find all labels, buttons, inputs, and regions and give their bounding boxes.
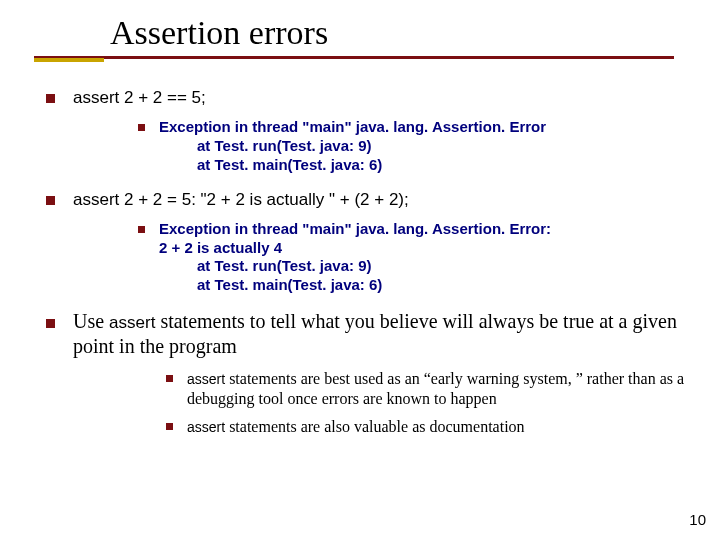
bullet-2-sub-row: Exception in thread "main" java. lang. A… <box>138 220 696 295</box>
exc-line: 2 + 2 is actually 4 <box>159 239 696 258</box>
exc-line: at Test. main(Test. java: 6) <box>159 156 696 175</box>
bullet-3-pre: Use <box>73 310 109 332</box>
exc-line: Exception in thread "main" java. lang. A… <box>159 118 696 137</box>
bullet-icon <box>46 319 55 328</box>
slide-title: Assertion errors <box>110 14 720 52</box>
bullet-2-sub-text: Exception in thread "main" java. lang. A… <box>159 220 696 295</box>
exc-line: at Test. run(Test. java: 9) <box>159 257 696 276</box>
bullet-2-text: assert 2 + 2 = 5: "2 + 2 is actually " +… <box>73 189 696 210</box>
bullet-icon <box>46 94 55 103</box>
bullet-3: Use assert statements to tell what you b… <box>46 309 696 359</box>
assert-keyword: assert <box>187 371 225 387</box>
exc-line: at Test. main(Test. java: 6) <box>159 276 696 295</box>
bullet-3-post: statements to tell what you believe will… <box>73 310 677 357</box>
bullet-1: assert 2 + 2 == 5; <box>46 87 696 108</box>
slide-content: assert 2 + 2 == 5; Exception in thread "… <box>0 59 720 437</box>
sub-rest: statements are best used as an “early wa… <box>187 370 684 407</box>
bullet-icon <box>166 423 173 430</box>
exc-line: at Test. run(Test. java: 9) <box>159 137 696 156</box>
bullet-3-sub-2: assert statements are also valuable as d… <box>166 417 696 437</box>
assert-keyword: assert <box>187 419 225 435</box>
assert-keyword: assert <box>109 313 155 332</box>
slide: Assertion errors assert 2 + 2 == 5; Exce… <box>0 0 720 540</box>
sub-rest: statements are also valuable as document… <box>225 418 524 435</box>
bullet-3-text: Use assert statements to tell what you b… <box>73 309 696 359</box>
bullet-3-subs: assert statements are best used as an “e… <box>46 369 696 437</box>
bullet-1-sub: Exception in thread "main" java. lang. A… <box>46 118 696 174</box>
bullet-1-sub-row: Exception in thread "main" java. lang. A… <box>138 118 696 174</box>
bullet-3-sub-2-text: assert statements are also valuable as d… <box>187 417 696 437</box>
title-rule-accent <box>34 58 104 62</box>
bullet-1-text: assert 2 + 2 == 5; <box>73 87 696 108</box>
bullet-icon <box>46 196 55 205</box>
bullet-icon <box>166 375 173 382</box>
title-block: Assertion errors <box>0 0 720 59</box>
bullet-2: assert 2 + 2 = 5: "2 + 2 is actually " +… <box>46 189 696 210</box>
bullet-icon <box>138 226 145 233</box>
bullet-2-sub: Exception in thread "main" java. lang. A… <box>46 220 696 295</box>
exc-line: Exception in thread "main" java. lang. A… <box>159 220 696 239</box>
bullet-1-sub-text: Exception in thread "main" java. lang. A… <box>159 118 696 174</box>
bullet-3-sub-1: assert statements are best used as an “e… <box>166 369 696 409</box>
bullet-3-sub-1-text: assert statements are best used as an “e… <box>187 369 696 409</box>
bullet-icon <box>138 124 145 131</box>
page-number: 10 <box>689 511 706 528</box>
